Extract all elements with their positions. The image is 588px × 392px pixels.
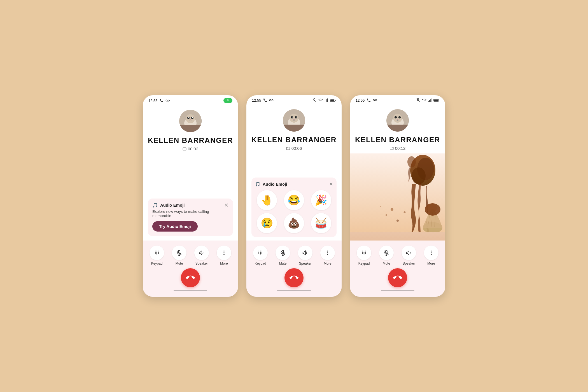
svg-point-22 (155, 252, 156, 253)
controls-row-1: Keypad Mute (146, 246, 235, 265)
keypad-btn-2[interactable]: Keypad (252, 246, 269, 265)
svg-point-78 (327, 252, 328, 253)
svg-rect-3 (228, 99, 228, 101)
close-emoji-grid[interactable]: ✕ (329, 182, 333, 187)
svg-point-81 (375, 99, 377, 101)
svg-point-136 (431, 251, 432, 252)
signal-icon-2 (325, 98, 328, 102)
svg-point-26 (157, 253, 157, 254)
emoji-btn-cry[interactable]: 😢 (257, 213, 277, 233)
avatar-1 (179, 110, 202, 132)
duration-icon-1 (183, 147, 186, 151)
cat-svg-3 (386, 109, 409, 132)
more-icon-1 (221, 250, 227, 256)
mute-btn-3[interactable]: Mute (378, 246, 395, 265)
end-call-row-1 (146, 268, 235, 287)
svg-marker-33 (199, 251, 202, 255)
svg-point-66 (260, 252, 261, 253)
keypad-icon-circle-1 (150, 246, 164, 260)
svg-point-36 (223, 254, 225, 255)
speaker-icon-circle-2 (298, 246, 312, 260)
duration-icon-3 (390, 146, 394, 150)
emoji-btn-clap[interactable]: 🤚 (257, 190, 277, 210)
svg-point-12 (190, 119, 191, 120)
svg-point-62 (258, 251, 259, 251)
time-2: 12:55 (252, 98, 261, 102)
close-audio-emoji-1[interactable]: ✕ (224, 203, 228, 208)
speaker-btn-3[interactable]: Speaker (400, 246, 417, 265)
svg-point-121 (362, 251, 363, 251)
svg-point-109 (391, 208, 393, 211)
keypad-btn-3[interactable]: Keypad (356, 246, 372, 265)
home-indicator-2 (277, 290, 311, 291)
keypad-label-1: Keypad (151, 262, 163, 265)
svg-point-55 (293, 119, 295, 120)
svg-point-25 (155, 253, 156, 254)
more-icon-circle-1 (217, 246, 231, 260)
svg-rect-41 (325, 101, 325, 102)
avatar-section-1: KELLEN BARRANGER 00:02 (143, 105, 238, 154)
mute-btn-2[interactable]: Mute (274, 246, 291, 265)
status-bar-1: 12:55 (143, 95, 238, 105)
try-audio-emoji-btn[interactable]: Try Audio Emoji (152, 221, 198, 232)
mute-btn-1[interactable]: Mute (171, 246, 188, 265)
svg-point-11 (192, 117, 193, 118)
more-icon-2 (325, 250, 331, 256)
chocolate-splash-svg (350, 153, 445, 232)
keypad-icon-2 (257, 250, 263, 256)
end-call-btn-2[interactable] (284, 268, 304, 287)
svg-rect-102 (390, 147, 393, 150)
avatar-section-2: KELLEN BARRANGER 00:06 (246, 104, 342, 153)
status-left-1: 12:55 (148, 98, 170, 103)
mic-icon-1 (226, 99, 230, 102)
svg-point-1 (168, 100, 169, 101)
more-btn-3[interactable]: More (423, 246, 440, 265)
svg-rect-42 (326, 100, 326, 102)
mute-icon-3 (383, 250, 389, 256)
end-call-row-3 (353, 268, 442, 287)
controls-row-2: Keypad Mute (249, 246, 339, 265)
mute-status-icon-3 (416, 98, 420, 102)
avatar-section-3: KELLEN BARRANGER 00:12 (355, 104, 440, 153)
svg-point-93 (393, 114, 402, 123)
status-bar-2: 12:55 (246, 95, 342, 104)
mute-icon-circle-1 (172, 246, 186, 260)
battery-icon-2 (330, 98, 336, 102)
svg-point-129 (365, 253, 366, 254)
home-indicator-1 (174, 290, 207, 291)
keypad-btn-1[interactable]: Keypad (148, 246, 165, 265)
mic-pill-1 (223, 98, 232, 103)
emoji-btn-poop[interactable]: 💩 (284, 213, 304, 233)
svg-point-126 (365, 252, 366, 253)
emoji-btn-laugh[interactable]: 😂 (284, 190, 304, 210)
svg-point-38 (272, 99, 273, 101)
speaker-btn-2[interactable]: Speaker (297, 246, 314, 265)
status-bar-3: 12:55 (350, 95, 445, 104)
mute-label-1: Mute (176, 262, 183, 265)
emoji-btn-party[interactable]: 🎉 (311, 190, 331, 210)
bottom-controls-3: Keypad Mute (350, 241, 445, 297)
note-icon-2: 🎵 (255, 181, 260, 187)
svg-point-21 (158, 251, 159, 251)
svg-rect-84 (428, 101, 429, 102)
svg-point-27 (158, 253, 159, 254)
phone-2: 12:55 (246, 95, 342, 297)
end-call-icon-2 (290, 273, 298, 282)
cat-svg-1 (179, 110, 202, 132)
controls-row-3: Keypad Mute (353, 246, 442, 265)
svg-rect-86 (430, 99, 431, 102)
speaker-btn-1[interactable]: Speaker (193, 246, 210, 265)
more-btn-1[interactable]: More (216, 246, 232, 265)
svg-point-96 (395, 117, 396, 118)
speaker-icon-1 (199, 250, 205, 256)
contact-name-3: KELLEN BARRANGER (355, 136, 440, 144)
end-call-btn-3[interactable] (388, 268, 407, 287)
more-btn-2[interactable]: More (319, 246, 336, 265)
end-call-btn-1[interactable] (181, 268, 200, 287)
emoji-btn-drum[interactable]: 🥁 (311, 213, 331, 233)
svg-rect-16 (183, 148, 186, 150)
svg-point-54 (296, 117, 297, 118)
emoji-grid-header: 🎵 Audio Emoji ✕ (255, 181, 333, 187)
svg-point-80 (373, 99, 374, 101)
keypad-icon-1 (154, 250, 160, 256)
